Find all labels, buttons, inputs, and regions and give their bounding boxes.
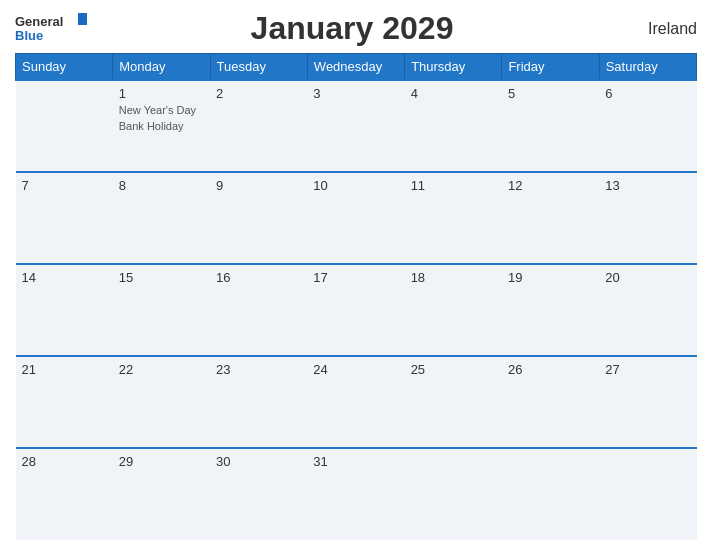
week-row-2: 78910111213 <box>16 172 697 264</box>
calendar-cell: 2 <box>210 80 307 172</box>
day-number: 23 <box>216 362 301 377</box>
calendar-cell: 7 <box>16 172 113 264</box>
calendar-cell <box>599 448 696 540</box>
day-number: 21 <box>22 362 107 377</box>
day-number: 7 <box>22 178 107 193</box>
day-number: 10 <box>313 178 398 193</box>
day-number: 22 <box>119 362 204 377</box>
day-number: 3 <box>313 86 398 101</box>
day-number: 13 <box>605 178 690 193</box>
calendar-cell: 26 <box>502 356 599 448</box>
calendar-cell: 11 <box>405 172 502 264</box>
day-number: 15 <box>119 270 204 285</box>
calendar-container: General Blue January 2029 Ireland Sunday… <box>0 0 712 550</box>
week-row-5: 28293031 <box>16 448 697 540</box>
day-number: 20 <box>605 270 690 285</box>
day-header-tuesday: Tuesday <box>210 54 307 81</box>
calendar-cell: 12 <box>502 172 599 264</box>
logo: General Blue <box>15 14 87 44</box>
calendar-header: General Blue January 2029 Ireland <box>15 10 697 47</box>
day-header-sunday: Sunday <box>16 54 113 81</box>
day-number: 6 <box>605 86 690 101</box>
calendar-cell: 4 <box>405 80 502 172</box>
calendar-title: January 2029 <box>87 10 617 47</box>
day-header-saturday: Saturday <box>599 54 696 81</box>
calendar-cell: 17 <box>307 264 404 356</box>
day-number: 5 <box>508 86 593 101</box>
calendar-cell: 22 <box>113 356 210 448</box>
day-number: 28 <box>22 454 107 469</box>
calendar-cell: 18 <box>405 264 502 356</box>
calendar-cell: 9 <box>210 172 307 264</box>
day-number: 16 <box>216 270 301 285</box>
calendar-cell: 14 <box>16 264 113 356</box>
week-row-4: 21222324252627 <box>16 356 697 448</box>
day-number: 25 <box>411 362 496 377</box>
calendar-cell: 13 <box>599 172 696 264</box>
calendar-cell: 24 <box>307 356 404 448</box>
logo-flag-icon <box>69 13 87 25</box>
day-number: 26 <box>508 362 593 377</box>
day-header-thursday: Thursday <box>405 54 502 81</box>
calendar-cell: 20 <box>599 264 696 356</box>
calendar-cell: 16 <box>210 264 307 356</box>
week-row-1: 1New Year's DayBank Holiday23456 <box>16 80 697 172</box>
day-number: 19 <box>508 270 593 285</box>
day-header-wednesday: Wednesday <box>307 54 404 81</box>
calendar-cell: 21 <box>16 356 113 448</box>
day-number: 2 <box>216 86 301 101</box>
logo-general: General <box>15 14 63 29</box>
day-header-monday: Monday <box>113 54 210 81</box>
calendar-cell: 30 <box>210 448 307 540</box>
calendar-cell: 15 <box>113 264 210 356</box>
day-number: 11 <box>411 178 496 193</box>
logo-blue-text: Blue <box>15 29 43 43</box>
holiday-text: Bank Holiday <box>119 119 204 133</box>
calendar-cell: 6 <box>599 80 696 172</box>
day-number: 18 <box>411 270 496 285</box>
calendar-cell: 28 <box>16 448 113 540</box>
day-number: 24 <box>313 362 398 377</box>
calendar-cell: 31 <box>307 448 404 540</box>
day-number: 9 <box>216 178 301 193</box>
day-number: 1 <box>119 86 204 101</box>
svg-marker-2 <box>69 13 78 25</box>
calendar-cell <box>502 448 599 540</box>
calendar-cell: 10 <box>307 172 404 264</box>
day-number: 27 <box>605 362 690 377</box>
calendar-cell: 19 <box>502 264 599 356</box>
day-number: 12 <box>508 178 593 193</box>
day-number: 8 <box>119 178 204 193</box>
calendar-table: SundayMondayTuesdayWednesdayThursdayFrid… <box>15 53 697 540</box>
days-header-row: SundayMondayTuesdayWednesdayThursdayFrid… <box>16 54 697 81</box>
logo-text: General <box>15 14 87 29</box>
logo-blue: Blue <box>15 28 43 43</box>
day-number: 30 <box>216 454 301 469</box>
day-number: 4 <box>411 86 496 101</box>
day-header-friday: Friday <box>502 54 599 81</box>
day-number: 14 <box>22 270 107 285</box>
holiday-text: New Year's Day <box>119 103 204 117</box>
calendar-cell: 5 <box>502 80 599 172</box>
calendar-cell: 3 <box>307 80 404 172</box>
calendar-cell: 23 <box>210 356 307 448</box>
calendar-cell: 29 <box>113 448 210 540</box>
day-number: 29 <box>119 454 204 469</box>
calendar-cell: 8 <box>113 172 210 264</box>
calendar-cell <box>405 448 502 540</box>
day-number: 31 <box>313 454 398 469</box>
calendar-cell <box>16 80 113 172</box>
calendar-country: Ireland <box>617 20 697 38</box>
calendar-cell: 1New Year's DayBank Holiday <box>113 80 210 172</box>
calendar-cell: 25 <box>405 356 502 448</box>
week-row-3: 14151617181920 <box>16 264 697 356</box>
day-number: 17 <box>313 270 398 285</box>
calendar-cell: 27 <box>599 356 696 448</box>
